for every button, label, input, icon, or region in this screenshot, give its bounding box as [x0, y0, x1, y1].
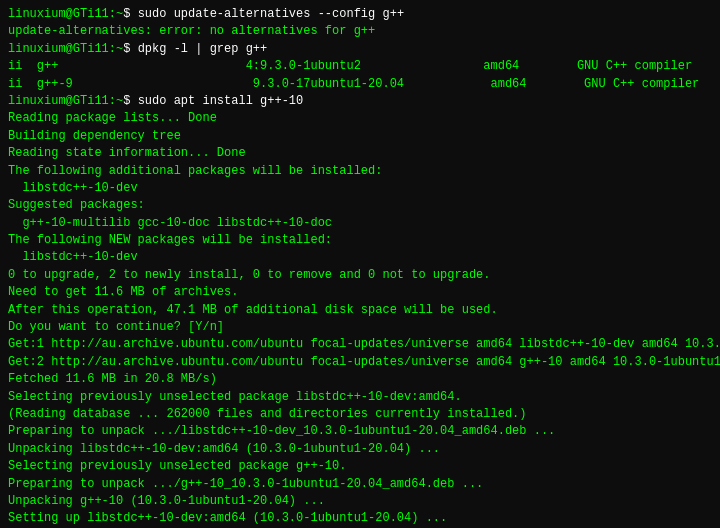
line-29: Unpacking g++-10 (10.3.0-1ubuntu1-20.04)…: [8, 493, 712, 510]
line-4: ii g++ 4:9.3.0-1ubuntu2 amd64 GNU C++ co…: [8, 58, 712, 75]
line-18: After this operation, 47.1 MB of additio…: [8, 302, 712, 319]
line-14: The following NEW packages will be insta…: [8, 232, 712, 249]
line-28: Preparing to unpack .../g++-10_10.3.0-1u…: [8, 476, 712, 493]
line-24: (Reading database ... 262000 files and d…: [8, 406, 712, 423]
line-21: Get:2 http://au.archive.ubuntu.com/ubunt…: [8, 354, 712, 371]
line-23: Selecting previously unselected package …: [8, 389, 712, 406]
line-9: Reading state information... Done: [8, 145, 712, 162]
line-11: libstdc++-10-dev: [8, 180, 712, 197]
line-27: Selecting previously unselected package …: [8, 458, 712, 475]
line-20: Get:1 http://au.archive.ubuntu.com/ubunt…: [8, 336, 712, 353]
line-26: Unpacking libstdc++-10-dev:amd64 (10.3.0…: [8, 441, 712, 458]
line-1: linuxium@GTi11:~$ sudo update-alternativ…: [8, 6, 712, 23]
line-6: linuxium@GTi11:~$ sudo apt install g++-1…: [8, 93, 712, 110]
line-2: update-alternatives: error: no alternati…: [8, 23, 712, 40]
line-10: The following additional packages will b…: [8, 163, 712, 180]
line-30: Setting up libstdc++-10-dev:amd64 (10.3.…: [8, 510, 712, 527]
line-12: Suggested packages:: [8, 197, 712, 214]
line-15: libstdc++-10-dev: [8, 249, 712, 266]
line-22: Fetched 11.6 MB in 20.8 MB/s): [8, 371, 712, 388]
line-3: linuxium@GTi11:~$ dpkg -l | grep g++: [8, 41, 712, 58]
line-13: g++-10-multilib gcc-10-doc libstdc++-10-…: [8, 215, 712, 232]
line-19: Do you want to continue? [Y/n]: [8, 319, 712, 336]
line-5: ii g++-9 9.3.0-17ubuntu1-20.04 amd64 GNU…: [8, 76, 712, 93]
line-17: Need to get 11.6 MB of archives.: [8, 284, 712, 301]
line-16: 0 to upgrade, 2 to newly install, 0 to r…: [8, 267, 712, 284]
line-25: Preparing to unpack .../libstdc++-10-dev…: [8, 423, 712, 440]
line-7: Reading package lists... Done: [8, 110, 712, 127]
line-8: Building dependency tree: [8, 128, 712, 145]
terminal-window: linuxium@GTi11:~$ sudo update-alternativ…: [0, 0, 720, 528]
